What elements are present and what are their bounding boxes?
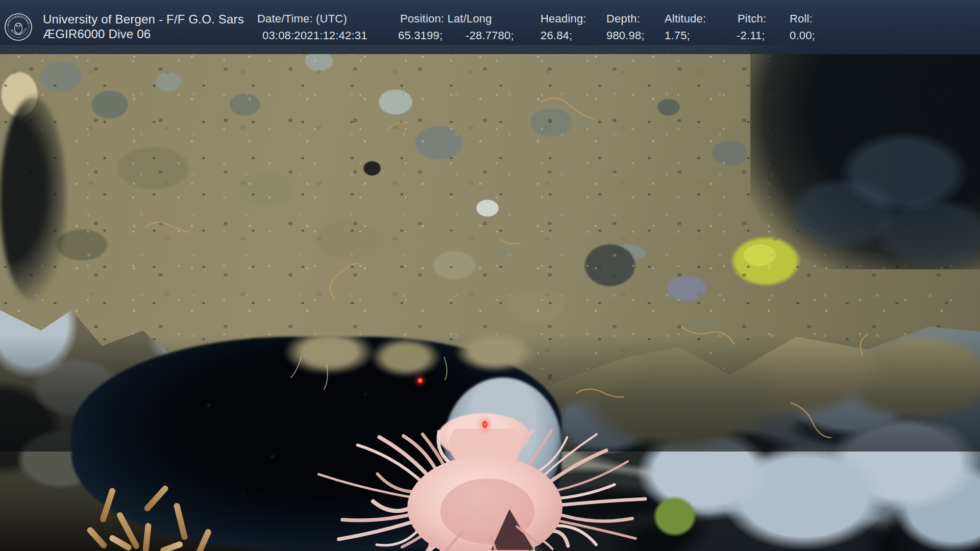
telemetry-heading-label: Heading:	[541, 12, 586, 26]
telemetry-overlay-bar: UNIVERSITAS BERGENSIS University of Berg…	[0, 0, 980, 54]
dive-title: ÆGIR6000 Dive 06	[43, 27, 151, 41]
telemetry-pitch-value: -2.11;	[737, 29, 765, 42]
telemetry-heading-value: 26.84;	[541, 29, 572, 42]
vessel-title: University of Bergen - F/F G.O. Sars	[43, 12, 244, 27]
ledge-lip	[370, 337, 442, 378]
logo-top-text: UNIVERSITAS	[6, 14, 31, 26]
telemetry-latitude-value: 65.3199;	[398, 29, 443, 42]
telemetry-altitude-label: Altitude:	[665, 12, 706, 26]
ledge-lip	[454, 332, 536, 372]
telemetry-depth-label: Depth:	[606, 12, 640, 26]
pink-anemone	[311, 429, 750, 551]
dark-corner-top-right	[750, 45, 980, 269]
university-of-bergen-logo: UNIVERSITAS BERGENSIS	[4, 5, 33, 49]
dark-pocket-left	[0, 97, 66, 301]
telemetry-roll-label: Roll:	[790, 12, 813, 26]
ledge-lip	[283, 329, 375, 375]
telemetry-datetime-value: 03:08:2021:12:42:31	[262, 29, 368, 42]
rov-video-frame: UNIVERSITAS BERGENSIS University of Berg…	[0, 0, 980, 551]
laser-dot	[417, 378, 423, 384]
telemetry-altitude-value: 1.75;	[665, 29, 690, 42]
telemetry-position-label: Position: Lat/Long	[400, 12, 492, 26]
svg-text:UNIVERSITAS: UNIVERSITAS	[6, 14, 31, 26]
telemetry-depth-value: 980.98;	[606, 29, 645, 42]
telemetry-longitude-value: -28.7780;	[465, 29, 514, 42]
telemetry-datetime-label: Date/Time: (UTC)	[257, 12, 347, 26]
telemetry-roll-value: 0.00;	[790, 29, 815, 42]
telemetry-pitch-label: Pitch:	[738, 12, 766, 26]
